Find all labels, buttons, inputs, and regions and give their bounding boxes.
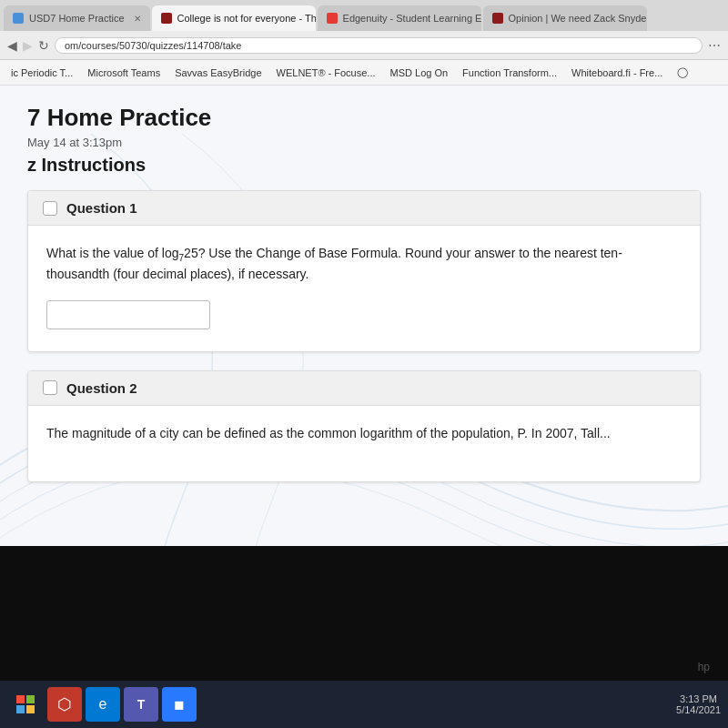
taskbar-clock: 3:13 PM 5/14/2021 bbox=[676, 693, 721, 715]
hp-logo: hp bbox=[698, 661, 710, 673]
taskbar-store-button[interactable]: ◼ bbox=[162, 687, 197, 722]
forward-button[interactable]: ▶ bbox=[23, 38, 33, 53]
page-inner: 7 Home Practice May 14 at 3:13pm z Instr… bbox=[0, 86, 728, 519]
tab-bar: USD7 Home Practice ✕ College is not for … bbox=[0, 0, 728, 31]
extensions-area: ⋯ bbox=[708, 38, 721, 53]
tab-icon-opinion bbox=[492, 13, 503, 24]
question-2-label: Question 2 bbox=[66, 380, 137, 396]
question-2-text: The magnitude of a city can be defined a… bbox=[46, 424, 682, 443]
windows-start-button[interactable] bbox=[7, 686, 44, 723]
svg-rect-3 bbox=[26, 705, 35, 713]
page-date: May 14 at 3:13pm bbox=[27, 136, 701, 149]
tab-icon-usd7 bbox=[13, 13, 24, 24]
back-button[interactable]: ◀ bbox=[7, 38, 17, 53]
page-section: z Instructions bbox=[27, 155, 701, 176]
question-1-body: What is the value of log725? Use the Cha… bbox=[28, 226, 700, 351]
question-1-text: What is the value of log725? Use the Cha… bbox=[46, 244, 682, 284]
taskbar-date: 5/14/2021 bbox=[676, 704, 721, 715]
refresh-button[interactable]: ↻ bbox=[38, 38, 49, 53]
tab-icon-college bbox=[161, 13, 172, 24]
question-1-checkbox[interactable] bbox=[43, 201, 57, 216]
question-1-header: Question 1 bbox=[28, 191, 700, 226]
bookmark-teams[interactable]: Microsoft Teams bbox=[84, 66, 164, 79]
tab-label-college: College is not for everyone - The bbox=[177, 13, 316, 24]
taskbar-edge-button[interactable]: e bbox=[86, 687, 120, 722]
taskbar: ⬡ e T ◼ 3:13 PM 5/14/2021 bbox=[0, 681, 728, 728]
screen-bottom: ⬡ e T ◼ 3:13 PM 5/14/2021 hp bbox=[0, 546, 728, 728]
tab-label-opinion: Opinion | We need Zack Snyder s... bbox=[509, 13, 647, 24]
question-2-body: The magnitude of a city can be defined a… bbox=[28, 406, 700, 481]
bookmark-function[interactable]: Function Transform... bbox=[459, 66, 561, 79]
bookmark-savvas[interactable]: Savvas EasyBridge bbox=[171, 66, 265, 79]
bookmarks-bar: ic Periodic T... Microsoft Teams Savvas … bbox=[0, 60, 728, 86]
tab-close-usd7[interactable]: ✕ bbox=[134, 14, 141, 24]
question-2-header: Question 2 bbox=[28, 371, 700, 406]
question-2-checkbox[interactable] bbox=[43, 380, 57, 395]
question-1-input[interactable] bbox=[46, 300, 210, 329]
taskbar-teams-button[interactable]: T bbox=[124, 687, 158, 722]
tab-college[interactable]: College is not for everyone - The ✕ bbox=[152, 5, 316, 31]
tab-icon-edgenuity bbox=[327, 13, 338, 24]
windows-icon bbox=[16, 695, 35, 713]
svg-rect-1 bbox=[26, 695, 35, 703]
bookmark-welnet[interactable]: WELNET® - Focuse... bbox=[273, 66, 379, 79]
bookmark-more[interactable]: ◯ bbox=[673, 66, 692, 79]
svg-rect-2 bbox=[16, 705, 25, 713]
question-1-card: Question 1 What is the value of log725? … bbox=[27, 190, 701, 352]
bookmark-periodic[interactable]: ic Periodic T... bbox=[7, 66, 76, 79]
bookmark-msd[interactable]: MSD Log On bbox=[387, 66, 452, 79]
question-1-label: Question 1 bbox=[66, 200, 137, 216]
page-title: 7 Home Practice bbox=[27, 104, 701, 132]
address-input[interactable]: om/courses/50730/quizzes/114708/take bbox=[55, 37, 703, 54]
tab-opinion[interactable]: Opinion | We need Zack Snyder s... ✕ bbox=[483, 5, 647, 31]
taskbar-time: 3:13 PM bbox=[676, 693, 721, 704]
address-bar-row: ◀ ▶ ↻ om/courses/50730/quizzes/114708/ta… bbox=[0, 31, 728, 60]
tab-label-edgenuity: Edgenuity - Student Learning Ex... bbox=[343, 13, 481, 24]
tab-edgenuity[interactable]: Edgenuity - Student Learning Ex... ✕ bbox=[318, 5, 481, 31]
tab-label-usd7: USD7 Home Practice bbox=[29, 13, 125, 24]
tab-usd7[interactable]: USD7 Home Practice ✕ bbox=[4, 5, 150, 31]
taskbar-app-1[interactable]: ⬡ bbox=[47, 687, 82, 722]
svg-rect-0 bbox=[16, 695, 25, 703]
question-2-card: Question 2 The magnitude of a city can b… bbox=[27, 370, 701, 482]
bookmark-whiteboard[interactable]: Whiteboard.fi - Fre... bbox=[568, 66, 666, 79]
